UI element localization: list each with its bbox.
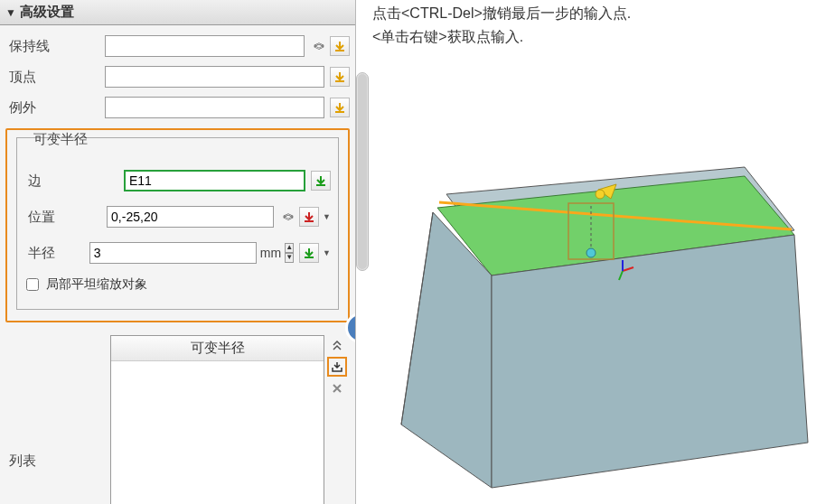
label-except: 例外 <box>5 99 105 117</box>
panel-title: 高级设置 <box>20 4 74 21</box>
input-except[interactable] <box>105 97 324 118</box>
input-radius[interactable] <box>89 242 257 264</box>
label-position: 位置 <box>24 209 107 226</box>
row-radius: 半径 mm ▲ ▼ ▼ <box>24 235 331 271</box>
label-list: 列表 <box>5 335 110 504</box>
label-keepline: 保持线 <box>5 38 105 55</box>
row-position: 位置 ︽︾ ▼ <box>24 199 331 235</box>
red-down-arrow-icon[interactable] <box>299 207 319 227</box>
green-down-arrow-icon[interactable] <box>311 171 331 191</box>
list-section: 列表 可变半径 <box>5 335 350 504</box>
dropdown-caret-icon[interactable]: ▼ <box>323 212 331 221</box>
import-icon[interactable] <box>327 357 347 377</box>
spinner-down-icon[interactable]: ▼ <box>285 253 294 263</box>
row-vertex: 顶点 <box>5 61 350 92</box>
down-arrow-icon[interactable] <box>330 67 350 87</box>
row-edge: 边 <box>24 163 331 199</box>
scrollbar[interactable] <box>356 72 369 271</box>
unit-radius: mm <box>260 246 281 260</box>
label-edge: 边 <box>24 173 124 190</box>
row-except: 例外 <box>5 92 350 123</box>
spinner-up-icon[interactable]: ▲ <box>285 243 294 253</box>
collapse-icon: ▼ <box>5 6 16 19</box>
3d-viewport[interactable]: 点击<CTRL-Del>撤销最后一步的输入点. <单击右键>获取点输入. <box>356 0 835 504</box>
checkbox-flat-label: 局部平坦缩放对象 <box>46 276 147 293</box>
spinner-radius[interactable]: ▲ ▼ <box>285 243 294 263</box>
panel-header[interactable]: ▼ 高级设置 <box>0 0 355 25</box>
list-header: 可变半径 <box>111 336 324 361</box>
hint-text: 点击<CTRL-Del>撤销最后一步的输入点. <单击右键>获取点输入. <box>372 2 631 49</box>
chevron-keepline[interactable]: ︽︾ <box>310 36 328 56</box>
svg-point-17 <box>586 248 596 257</box>
checkbox-flat-scale[interactable] <box>26 278 39 291</box>
scrollbar-thumb[interactable] <box>358 74 367 269</box>
hint-line1: 点击<CTRL-Del>撤销最后一步的输入点. <box>372 2 631 25</box>
dropdown-caret-icon[interactable]: ▼ <box>323 248 331 257</box>
input-position[interactable] <box>107 206 274 228</box>
double-up-icon[interactable] <box>327 335 347 355</box>
down-arrow-icon[interactable] <box>330 36 350 56</box>
row-keepline: 保持线 ︽︾ <box>5 31 350 61</box>
label-radius: 半径 <box>24 245 89 262</box>
close-icon[interactable] <box>327 378 347 398</box>
input-vertex[interactable] <box>105 66 324 88</box>
list-box[interactable]: 可变半径 <box>110 335 324 504</box>
input-edge[interactable] <box>124 170 305 191</box>
down-arrow-icon[interactable] <box>330 98 350 117</box>
green-down-arrow-icon[interactable] <box>299 243 319 263</box>
hint-line2: <单击右键>获取点输入. <box>372 25 631 49</box>
cube-model[interactable] <box>383 108 817 497</box>
list-body[interactable] <box>111 361 324 504</box>
label-vertex: 顶点 <box>5 69 105 86</box>
row-checkbox-flat[interactable]: 局部平坦缩放对象 <box>24 271 331 298</box>
svg-marker-10 <box>492 235 808 488</box>
input-keepline[interactable] <box>105 35 305 57</box>
group-variable-radius: 可变半径 边 位置 ︽︾ ▼ <box>5 128 350 322</box>
chevron-position[interactable]: ︽︾ <box>279 207 297 227</box>
svg-point-19 <box>596 190 605 199</box>
